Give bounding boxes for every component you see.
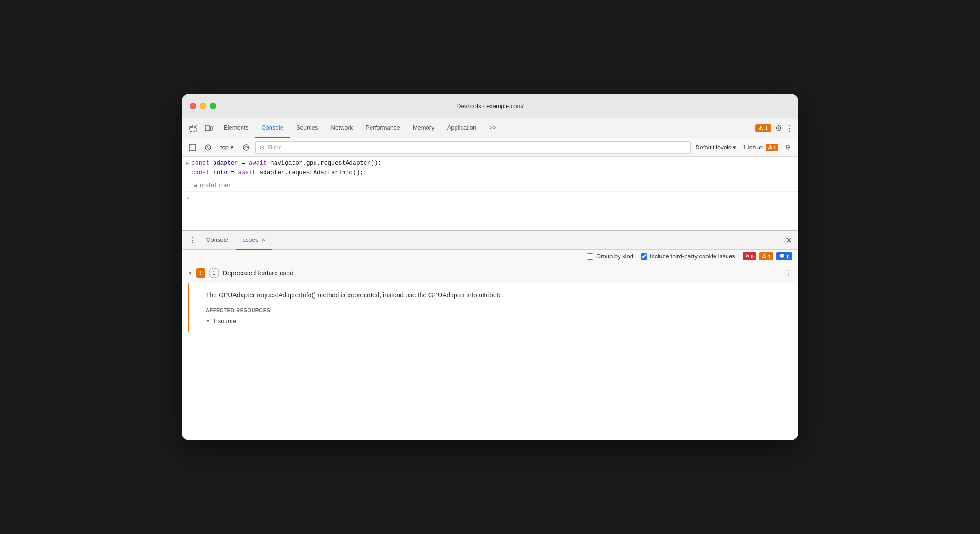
svg-rect-4 xyxy=(210,127,212,130)
top-toolbar: Elements Console Sources Network Perform… xyxy=(182,118,798,138)
affected-resources-label: AFFECTED RESOURCES xyxy=(206,307,789,313)
tab-more[interactable]: >> xyxy=(483,118,502,138)
issue-title: Deprecated feature used xyxy=(223,269,293,277)
svg-rect-1 xyxy=(190,128,196,131)
filter-bar[interactable]: ⊘ Filter xyxy=(255,141,691,154)
console-output: ▶ const adapter = await navigator.gpu.re… xyxy=(182,157,798,230)
expand-arrow-icon[interactable]: ▶ xyxy=(186,160,189,166)
chevron-down-icon: ▾ xyxy=(231,144,234,151)
console-settings-button[interactable]: ⚙ xyxy=(781,141,794,154)
source-row[interactable]: ▼ 1 source xyxy=(206,318,789,324)
warning-icon: ⚠ xyxy=(768,144,772,150)
console-code-block: const adapter = await navigator.gpu.requ… xyxy=(191,159,794,178)
bottom-panel: ⋮ Console Issues ✕ ✕ Group by kind xyxy=(182,230,798,400)
svg-rect-3 xyxy=(205,126,210,131)
tab-console-bottom[interactable]: Console xyxy=(201,231,234,250)
issues-content: ▼ ! 1 Deprecated feature used ⋮ The GPUA… xyxy=(182,263,798,400)
include-third-party-checkbox[interactable]: Include third-party cookie issues xyxy=(641,253,735,260)
inspect-element-button[interactable] xyxy=(186,121,200,135)
live-expression-button[interactable] xyxy=(240,141,253,154)
issues-count-bar: ✕ 0 ⚠ 1 💬 0 xyxy=(743,252,792,260)
close-issues-tab-button[interactable]: ✕ xyxy=(261,236,266,244)
bottom-panel-menu[interactable]: ⋮ xyxy=(186,234,199,247)
svg-rect-0 xyxy=(190,125,191,127)
device-toolbar-button[interactable] xyxy=(202,121,215,135)
include-third-party-input[interactable] xyxy=(641,253,647,260)
console-entry-1: ▶ const adapter = await navigator.gpu.re… xyxy=(182,157,798,180)
error-icon: ✕ xyxy=(745,253,749,259)
close-bottom-panel-button[interactable]: ✕ xyxy=(783,233,794,247)
issue-warning-icon: ! xyxy=(196,268,205,278)
group-by-kind-checkbox[interactable]: Group by kind xyxy=(587,253,633,260)
issue-count-circle: 1 xyxy=(209,268,219,278)
issue-description: The GPUAdapter requestAdapterInfo() meth… xyxy=(206,290,789,300)
source-expand-arrow: ▼ xyxy=(206,318,210,324)
levels-selector[interactable]: Default levels ▾ xyxy=(695,144,736,151)
title-bar: DevTools - example.com/ xyxy=(182,94,798,118)
more-options-button[interactable]: ⋮ xyxy=(786,123,794,133)
tab-network[interactable]: Network xyxy=(325,118,360,138)
sidebar-toggle-button[interactable] xyxy=(186,141,199,154)
filter-icon: ⊘ xyxy=(259,144,265,151)
svg-rect-2 xyxy=(192,125,196,127)
source-label: 1 source xyxy=(213,318,236,324)
chevron-down-icon: ▾ xyxy=(733,144,736,151)
issue-detail-block: The GPUAdapter requestAdapterInfo() meth… xyxy=(188,283,798,332)
tab-memory[interactable]: Memory xyxy=(406,118,441,138)
toolbar-right: ⚠ 1 ⚙ ⋮ xyxy=(755,123,794,133)
warning-icon: ⚠ xyxy=(762,253,766,259)
tab-issues[interactable]: Issues ✕ xyxy=(236,231,272,250)
collapse-arrow-icon: ▼ xyxy=(188,271,192,276)
issue-group-deprecated[interactable]: ▼ ! 1 Deprecated feature used ⋮ xyxy=(182,263,798,283)
main-tab-list: Elements Console Sources Network Perform… xyxy=(217,118,754,138)
tab-console[interactable]: Console xyxy=(255,118,290,138)
issue-more-options[interactable]: ⋮ xyxy=(785,269,792,278)
warning-count-badge: ⚠ 1 xyxy=(759,252,773,260)
issues-count-display: 1 Issue: ⚠ 1 xyxy=(743,144,778,151)
tab-application[interactable]: Application xyxy=(441,118,483,138)
devtools-window: DevTools - example.com/ Elements xyxy=(182,94,798,440)
tab-performance[interactable]: Performance xyxy=(359,118,406,138)
close-button[interactable] xyxy=(190,103,196,109)
settings-button[interactable]: ⚙ xyxy=(775,123,782,133)
result-arrow-icon: ◀ xyxy=(193,182,197,189)
tab-elements[interactable]: Elements xyxy=(217,118,255,138)
bottom-tab-bar: ⋮ Console Issues ✕ ✕ xyxy=(182,231,798,250)
prompt-icon: › xyxy=(186,194,190,202)
console-result: ◀ undefined xyxy=(182,180,798,192)
maximize-button[interactable] xyxy=(210,103,216,109)
gear-icon: ⚙ xyxy=(785,143,791,152)
svg-rect-5 xyxy=(189,144,196,151)
clear-console-button[interactable] xyxy=(202,141,214,154)
window-title: DevTools - example.com/ xyxy=(456,102,524,109)
svg-line-8 xyxy=(207,146,209,149)
svg-point-9 xyxy=(243,145,249,150)
info-count-badge: 💬 0 xyxy=(776,252,792,260)
traffic-lights xyxy=(190,103,216,109)
console-prompt: › xyxy=(182,192,798,204)
tab-sources[interactable]: Sources xyxy=(290,118,325,138)
info-icon: 💬 xyxy=(779,253,785,259)
devtools-panel: Elements Console Sources Network Perform… xyxy=(182,118,798,440)
context-selector[interactable]: top ▾ xyxy=(217,142,237,152)
issues-badge[interactable]: ⚠ 1 xyxy=(766,144,778,151)
error-count-badge: ✕ 0 xyxy=(743,252,756,260)
console-toolbar: top ▾ ⊘ Filter Default levels ▾ 1 Issue: xyxy=(182,138,798,157)
warning-badge[interactable]: ⚠ 1 xyxy=(755,124,771,132)
warning-icon: ⚠ xyxy=(758,125,763,131)
group-by-kind-input[interactable] xyxy=(587,253,593,260)
issues-toolbar: Group by kind Include third-party cookie… xyxy=(182,250,798,263)
minimize-button[interactable] xyxy=(200,103,206,109)
